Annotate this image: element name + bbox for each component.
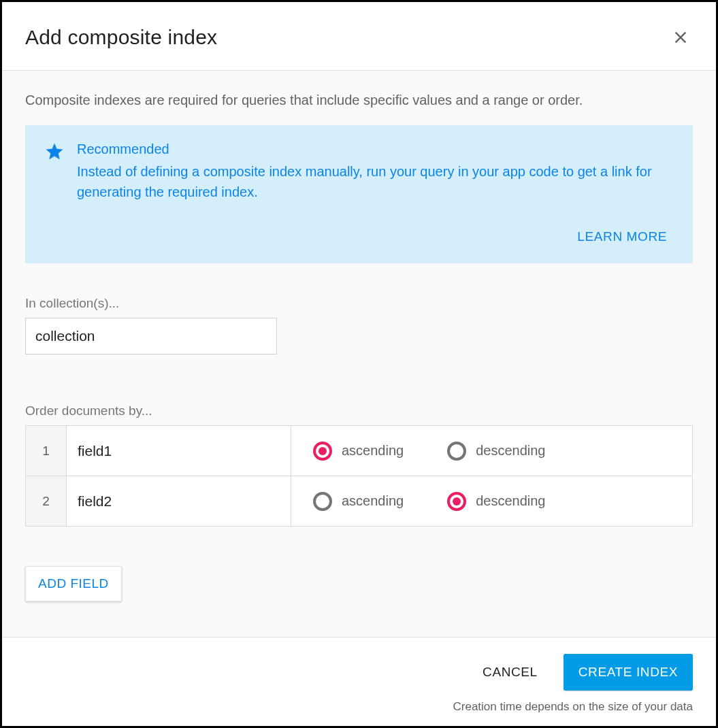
dialog-footer: CANCEL CREATE INDEX Creation time depend… xyxy=(2,637,716,726)
ascending-radio[interactable]: ascending xyxy=(313,442,404,461)
intro-text: Composite indexes are required for queri… xyxy=(25,90,693,110)
direction-cell: ascendingdescending xyxy=(291,476,693,527)
radio-icon xyxy=(447,492,466,511)
field-name-input[interactable] xyxy=(67,477,291,526)
field-cell xyxy=(67,476,291,527)
row-index: 2 xyxy=(26,476,67,527)
radio-label: descending xyxy=(476,443,545,459)
ascending-radio[interactable]: ascending xyxy=(313,492,404,511)
info-text: Instead of defining a composite index ma… xyxy=(77,161,674,202)
order-fields-table: 1ascendingdescending2ascendingdescending xyxy=(25,425,693,527)
radio-label: ascending xyxy=(342,443,404,459)
direction-cell: ascendingdescending xyxy=(291,426,693,476)
collection-label: In collection(s)... xyxy=(25,296,693,311)
star-icon xyxy=(44,142,77,202)
field-cell xyxy=(67,426,291,476)
cancel-button[interactable]: CANCEL xyxy=(476,655,544,689)
radio-label: descending xyxy=(476,493,545,509)
collection-input[interactable] xyxy=(25,318,277,354)
field-name-input[interactable] xyxy=(67,427,291,476)
close-icon xyxy=(671,28,690,47)
radio-icon xyxy=(313,442,332,461)
recommended-info-box: Recommended Instead of defining a compos… xyxy=(25,125,693,263)
radio-icon xyxy=(313,492,332,511)
info-box-content: Recommended Instead of defining a compos… xyxy=(44,142,674,202)
footer-note: Creation time depends on the size of you… xyxy=(25,700,693,714)
order-label: Order documents by... xyxy=(25,403,693,418)
close-button[interactable] xyxy=(668,25,693,50)
radio-label: ascending xyxy=(342,493,404,509)
order-field-row: 1ascendingdescending xyxy=(26,426,693,476)
dialog-body: Composite indexes are required for queri… xyxy=(2,71,716,637)
dialog-title: Add composite index xyxy=(25,26,217,49)
descending-radio[interactable]: descending xyxy=(447,442,545,461)
order-field-row: 2ascendingdescending xyxy=(26,476,693,527)
add-field-button[interactable]: ADD FIELD xyxy=(25,566,122,601)
descending-radio[interactable]: descending xyxy=(447,492,545,511)
learn-more-button[interactable]: LEARN MORE xyxy=(570,225,674,248)
create-index-button[interactable]: CREATE INDEX xyxy=(564,654,693,691)
dialog-header: Add composite index xyxy=(2,2,716,71)
add-composite-index-dialog: Add composite index Composite indexes ar… xyxy=(0,0,718,728)
radio-icon xyxy=(447,442,466,461)
info-title: Recommended xyxy=(77,142,674,157)
row-index: 1 xyxy=(26,426,67,476)
